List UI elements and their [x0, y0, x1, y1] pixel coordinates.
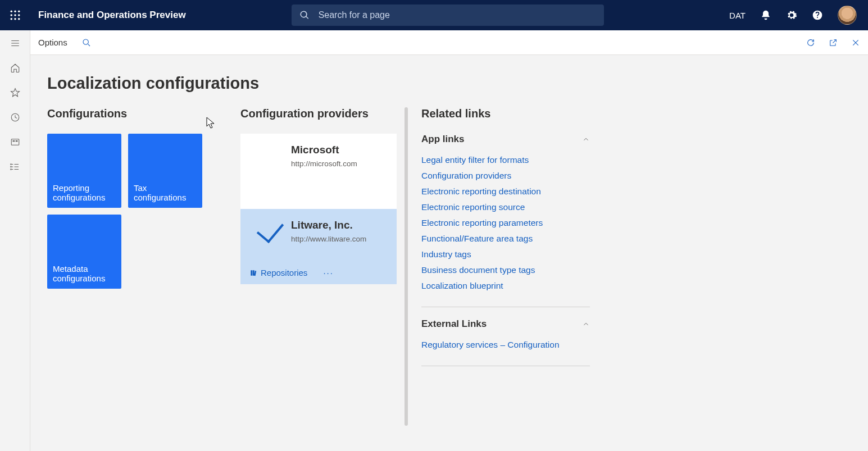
link-doc-type-tags[interactable]: Business document type tags [421, 265, 590, 275]
svg-rect-11 [12, 140, 15, 142]
refresh-icon[interactable] [806, 38, 815, 47]
provider-url: http://www.litware.com [291, 235, 388, 243]
provider-card-litware[interactable]: Litware, Inc. http://www.litware.com Rep… [240, 209, 397, 284]
action-bar: Options [30, 30, 868, 55]
related-links-column: Related links App links Legal entity fil… [421, 107, 590, 377]
link-industry-tags[interactable]: Industry tags [421, 249, 590, 259]
providers-heading: Configuration providers [240, 107, 397, 120]
svg-point-14 [10, 166, 11, 167]
app-links-list: Legal entity filter for formats Configur… [421, 155, 590, 291]
left-nav [0, 30, 30, 451]
repositories-icon [249, 269, 257, 277]
providers-scrollbar[interactable] [405, 107, 408, 426]
configurations-column: Configurations Reporting configurations … [47, 107, 216, 289]
svg-point-4 [14, 14, 16, 16]
modules-icon[interactable] [10, 162, 20, 172]
waffle-icon [10, 10, 20, 20]
tile-tax-configurations[interactable]: Tax configurations [128, 134, 202, 208]
app-launcher[interactable] [0, 0, 30, 30]
link-regulatory-services[interactable]: Regulatory services – Configuration [421, 340, 590, 350]
providers-column: Configuration providers Microsoft http:/… [240, 107, 397, 426]
popout-icon[interactable] [829, 38, 838, 47]
svg-point-15 [10, 169, 11, 170]
app-title: Finance and Operations Preview [38, 10, 186, 21]
svg-point-13 [10, 164, 11, 165]
link-er-source[interactable]: Electronic reporting source [421, 202, 590, 212]
search-icon [299, 10, 310, 20]
chevron-up-icon[interactable] [582, 320, 590, 328]
configurations-heading: Configurations [47, 107, 216, 120]
provider-name: Microsoft [291, 144, 388, 156]
link-feature-area-tags[interactable]: Functional/Feature area tags [421, 234, 590, 244]
repositories-button[interactable]: Repositories [249, 268, 307, 277]
external-links-heading: External Links [421, 318, 487, 330]
link-er-destination[interactable]: Electronic reporting destination [421, 186, 590, 197]
app-links-heading: App links [421, 134, 465, 145]
repositories-label: Repositories [261, 268, 307, 277]
link-localization-blueprint[interactable]: Localization blueprint [421, 281, 590, 291]
close-icon[interactable] [851, 38, 860, 47]
svg-rect-10 [11, 139, 19, 145]
top-bar: Finance and Operations Preview DAT [0, 0, 868, 30]
chevron-up-icon[interactable] [582, 135, 590, 143]
help-icon[interactable] [812, 10, 823, 21]
tile-label: Metadata configurations [53, 264, 116, 283]
workspaces-icon[interactable] [10, 137, 20, 147]
svg-point-7 [14, 18, 16, 20]
options-button[interactable]: Options [38, 38, 67, 47]
company-selector[interactable]: DAT [729, 11, 746, 20]
tile-metadata-configurations[interactable]: Metadata configurations [47, 215, 121, 289]
gear-icon[interactable] [786, 10, 797, 21]
svg-point-6 [10, 18, 12, 20]
action-search-icon[interactable] [82, 38, 91, 47]
link-configuration-providers[interactable]: Configuration providers [421, 171, 590, 181]
search-input[interactable] [317, 10, 596, 21]
top-right-group: DAT [729, 6, 868, 25]
star-icon[interactable] [10, 88, 20, 98]
page-title: Localization configurations [47, 74, 851, 93]
recent-icon[interactable] [10, 112, 20, 122]
svg-point-5 [18, 14, 20, 16]
svg-point-8 [18, 18, 20, 20]
related-links-heading: Related links [421, 107, 590, 120]
bell-icon[interactable] [760, 10, 771, 21]
link-legal-entity-filter[interactable]: Legal entity filter for formats [421, 155, 590, 165]
svg-point-3 [10, 14, 12, 16]
tile-reporting-configurations[interactable]: Reporting configurations [47, 134, 121, 208]
more-actions-button[interactable]: ··· [323, 268, 334, 277]
hamburger-icon[interactable] [10, 38, 20, 48]
svg-point-2 [18, 10, 20, 12]
svg-rect-12 [15, 140, 17, 142]
provider-name: Litware, Inc. [291, 219, 388, 231]
provider-url: http://microsoft.com [291, 160, 388, 168]
tile-label: Reporting configurations [53, 183, 116, 202]
search-box[interactable] [292, 4, 604, 26]
svg-point-16 [83, 39, 88, 44]
home-icon[interactable] [10, 63, 20, 73]
tile-label: Tax configurations [134, 183, 197, 202]
avatar[interactable] [838, 6, 857, 25]
svg-point-1 [14, 10, 16, 12]
link-er-parameters[interactable]: Electronic reporting parameters [421, 218, 590, 228]
provider-card-microsoft[interactable]: Microsoft http://microsoft.com [240, 134, 397, 209]
svg-point-0 [10, 10, 12, 12]
page-body: Localization configurations Configuratio… [30, 55, 868, 451]
external-links-list: Regulatory services – Configuration [421, 340, 590, 350]
